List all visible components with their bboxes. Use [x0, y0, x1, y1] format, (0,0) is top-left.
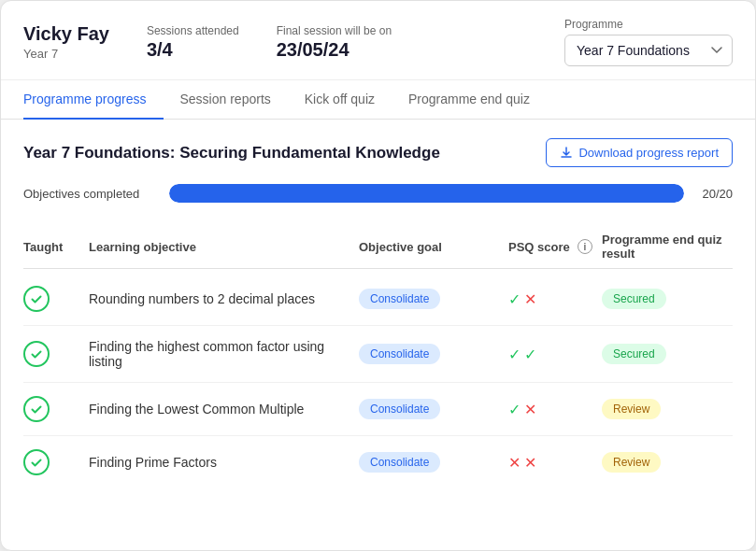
objective-cell: Rounding numbers to 2 decimal places	[89, 291, 359, 306]
end-quiz-badge: Review	[602, 399, 661, 419]
download-btn-label: Download progress report	[578, 146, 719, 160]
taught-cell	[23, 286, 89, 312]
goal-cell: Consolidate	[359, 399, 508, 419]
download-icon	[560, 147, 573, 160]
col-psq: PSQ score i	[508, 233, 602, 261]
goal-badge: Consolidate	[359, 399, 440, 419]
psq-cross-icon: ✕	[524, 454, 536, 472]
sessions-attended-block: Sessions attended 3/4	[147, 24, 239, 61]
student-name: Vicky Fay	[23, 23, 109, 45]
programme-label: Programme	[564, 18, 733, 31]
taught-cell	[23, 396, 89, 422]
psq-cell: ✓✓	[508, 346, 602, 363]
progress-bar-fill	[169, 184, 684, 203]
table-body: Rounding numbers to 2 decimal placesCons…	[23, 273, 733, 488]
col-goal: Objective goal	[359, 233, 508, 261]
download-progress-report-button[interactable]: Download progress report	[546, 138, 733, 167]
psq-cross-icon: ✕	[524, 401, 536, 418]
goal-badge: Consolidate	[359, 344, 440, 364]
end-quiz-cell: Secured	[602, 344, 733, 364]
goal-badge: Consolidate	[359, 452, 440, 473]
tab-programme-end-quiz[interactable]: Programme end quiz	[392, 80, 547, 120]
col-end-quiz: Programme end quiz result	[602, 233, 733, 261]
final-session-block: Final session will be on 23/05/24	[277, 24, 392, 61]
objective-cell: Finding Prime Factors	[89, 455, 359, 470]
progress-count: 20/20	[699, 187, 733, 201]
objective-cell: Finding the Lowest Common Multiple	[89, 402, 359, 417]
taught-checkmark-icon	[23, 286, 50, 312]
psq-check-icon: ✓	[508, 401, 521, 418]
goal-cell: Consolidate	[359, 452, 508, 473]
end-quiz-cell: Review	[602, 399, 733, 419]
objective-cell: Finding the highest common factor using …	[89, 339, 359, 369]
final-session-value: 23/05/24	[277, 39, 392, 61]
section-title: Year 7 Foundations: Securing Fundamental…	[23, 144, 440, 162]
tab-session-reports[interactable]: Session reports	[164, 80, 288, 120]
table-row: Finding the Lowest Common MultipleConsol…	[23, 383, 733, 436]
taught-checkmark-icon	[23, 449, 50, 475]
end-quiz-badge: Review	[602, 452, 661, 473]
sessions-attended-value: 3/4	[147, 39, 239, 61]
col-objective: Learning objective	[89, 233, 359, 261]
tab-kick-off-quiz[interactable]: Kick off quiz	[288, 80, 392, 120]
student-info: Vicky Fay Year 7	[23, 23, 109, 61]
psq-cross-icon: ✕	[524, 290, 536, 308]
goal-cell: Consolidate	[359, 344, 508, 364]
table-row: Finding the highest common factor using …	[23, 326, 733, 383]
tabs: Programme progress Session reports Kick …	[1, 80, 755, 120]
psq-check-icon: ✓	[508, 290, 521, 308]
psq-info-icon[interactable]: i	[578, 239, 592, 254]
col-taught: Taught	[23, 233, 89, 261]
end-quiz-cell: Secured	[602, 289, 733, 309]
programme-selector: Programme Year 7 Foundations	[564, 18, 733, 66]
taught-checkmark-icon	[23, 396, 50, 422]
tab-programme-progress[interactable]: Programme progress	[23, 80, 164, 120]
psq-check-icon: ✓	[524, 346, 536, 363]
table-row: Rounding numbers to 2 decimal placesCons…	[23, 273, 733, 326]
psq-cell: ✓✕	[508, 290, 602, 308]
end-quiz-cell: Review	[602, 452, 733, 473]
taught-checkmark-icon	[23, 341, 50, 367]
progress-label: Objectives completed	[23, 187, 154, 201]
header: Vicky Fay Year 7 Sessions attended 3/4 F…	[1, 1, 755, 80]
sessions-attended-label: Sessions attended	[147, 24, 239, 37]
final-session-label: Final session will be on	[277, 24, 392, 37]
psq-cross-icon: ✕	[508, 454, 521, 472]
session-stats: Sessions attended 3/4 Final session will…	[147, 24, 527, 61]
programme-select[interactable]: Year 7 Foundations	[564, 35, 733, 66]
goal-badge: Consolidate	[359, 289, 440, 309]
psq-cell: ✕✕	[508, 454, 602, 472]
end-quiz-badge: Secured	[602, 344, 666, 364]
goal-cell: Consolidate	[359, 289, 508, 309]
progress-section: Objectives completed 20/20	[23, 184, 733, 203]
progress-bar-background	[169, 184, 684, 203]
student-year: Year 7	[23, 47, 109, 61]
table-row: Finding Prime FactorsConsolidate✕✕Review	[23, 436, 733, 488]
table-header: Taught Learning objective Objective goal…	[23, 225, 733, 269]
end-quiz-badge: Secured	[602, 289, 666, 309]
taught-cell	[23, 449, 89, 475]
main-content: Year 7 Foundations: Securing Fundamental…	[1, 120, 755, 507]
taught-cell	[23, 341, 89, 367]
psq-check-icon: ✓	[508, 346, 521, 363]
section-header: Year 7 Foundations: Securing Fundamental…	[23, 138, 733, 167]
psq-cell: ✓✕	[508, 401, 602, 418]
